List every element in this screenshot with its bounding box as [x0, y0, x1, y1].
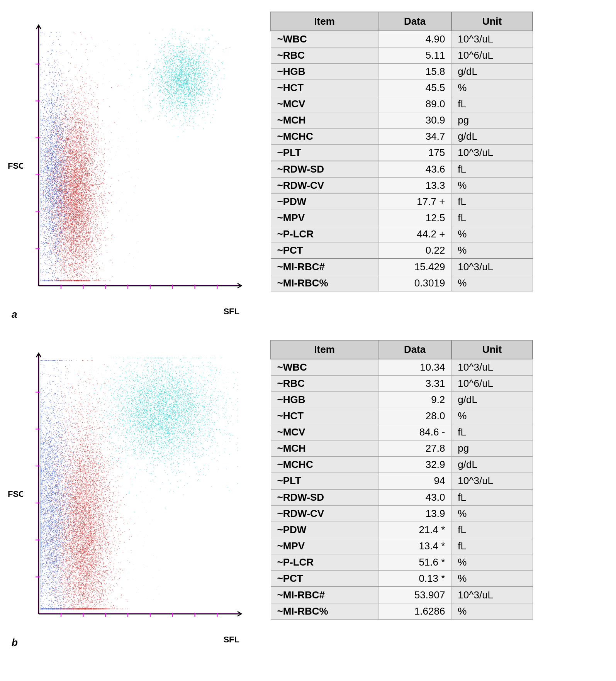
- table-row: ~MCV84.6 -fL: [271, 424, 533, 440]
- cell-unit: fL: [451, 424, 533, 440]
- table-row: ~MCHC32.9g/dL: [271, 457, 533, 473]
- cell-data: 44.2 +: [378, 226, 451, 242]
- cell-data: 51.6 *: [378, 554, 451, 571]
- table-row: ~MPV13.4 *fL: [271, 538, 533, 554]
- cell-item: ~MCV: [271, 96, 378, 112]
- panel-b-row: FSC SFL b Item Data Unit ~WBC10.3410^3/u…: [8, 336, 608, 652]
- cell-unit: g/dL: [451, 457, 533, 473]
- cell-item: ~RDW-SD: [271, 489, 378, 506]
- cell-data: 12.5: [378, 210, 451, 226]
- data-table-b: Item Data Unit ~WBC10.3410^3/uL~RBC3.311…: [270, 340, 533, 620]
- table-row: ~PLT17510^3/uL: [271, 145, 533, 161]
- cell-item: ~PCT: [271, 571, 378, 587]
- cell-data: 3.31: [378, 376, 451, 392]
- cell-data: 0.3019: [378, 275, 451, 291]
- cell-data: 13.9: [378, 506, 451, 522]
- table-container-b: Item Data Unit ~WBC10.3410^3/uL~RBC3.311…: [270, 336, 608, 620]
- y-axis-label-a: FSC: [8, 161, 25, 171]
- cell-item: ~MCH: [271, 112, 378, 129]
- table-row: ~PCT0.13 *%: [271, 571, 533, 587]
- cell-data: 1.6286: [378, 603, 451, 620]
- table-row: ~P-LCR51.6 *%: [271, 554, 533, 571]
- cell-item: ~MI-RBC#: [271, 587, 378, 603]
- table-row: ~MI-RBC%1.6286%: [271, 603, 533, 620]
- panel-label-a: a: [12, 308, 17, 320]
- cell-unit: %: [451, 80, 533, 96]
- table-row: ~MI-RBC%0.3019%: [271, 275, 533, 291]
- cell-unit: pg: [451, 440, 533, 457]
- table-row: ~RDW-CV13.9%: [271, 506, 533, 522]
- cell-unit: %: [451, 571, 533, 587]
- cell-data: 13.3: [378, 178, 451, 194]
- table-row: ~MCV89.0fL: [271, 96, 533, 112]
- cell-item: ~MCHC: [271, 129, 378, 145]
- cell-unit: fL: [451, 194, 533, 210]
- cell-item: ~PLT: [271, 145, 378, 161]
- cell-data: 84.6 -: [378, 424, 451, 440]
- cell-data: 45.5: [378, 80, 451, 96]
- table-row: ~MCH30.9pg: [271, 112, 533, 129]
- cell-item: ~MPV: [271, 538, 378, 554]
- cell-data: 34.7: [378, 129, 451, 145]
- cell-unit: fL: [451, 522, 533, 538]
- col-header-item-b: Item: [271, 340, 378, 359]
- cell-data: 0.13 *: [378, 571, 451, 587]
- cell-item: ~PLT: [271, 473, 378, 490]
- x-axis-label-a: SFL: [223, 307, 239, 317]
- cell-item: ~HCT: [271, 408, 378, 424]
- cell-item: ~HGB: [271, 392, 378, 408]
- cell-data: 43.6: [378, 161, 451, 178]
- cell-item: ~PDW: [271, 194, 378, 210]
- panel-a-row: FSC SFL a Item Data Unit ~WBC4.9010^3/uL…: [8, 8, 608, 324]
- cell-data: 30.9: [378, 112, 451, 129]
- cell-unit: 10^3/uL: [451, 31, 533, 47]
- col-header-unit-a: Unit: [451, 12, 533, 31]
- cell-unit: %: [451, 178, 533, 194]
- col-header-item-a: Item: [271, 12, 378, 31]
- table-row: ~MI-RBC#53.90710^3/uL: [271, 587, 533, 603]
- table-row: ~PLT9410^3/uL: [271, 473, 533, 490]
- cell-data: 27.8: [378, 440, 451, 457]
- data-table-a: Item Data Unit ~WBC4.9010^3/uL~RBC5.1110…: [270, 12, 533, 291]
- cell-data: 4.90: [378, 31, 451, 47]
- cell-unit: fL: [451, 489, 533, 506]
- cell-unit: 10^3/uL: [451, 587, 533, 603]
- y-axis-label-b: FSC: [8, 489, 25, 499]
- cell-unit: 10^6/uL: [451, 47, 533, 64]
- table-row: ~WBC4.9010^3/uL: [271, 31, 533, 47]
- cell-unit: %: [451, 408, 533, 424]
- cell-unit: g/dL: [451, 129, 533, 145]
- cell-unit: %: [451, 603, 533, 620]
- table-row: ~RDW-CV13.3%: [271, 178, 533, 194]
- cell-unit: 10^3/uL: [451, 473, 533, 490]
- cell-data: 94: [378, 473, 451, 490]
- cell-item: ~P-LCR: [271, 226, 378, 242]
- table-row: ~HCT28.0%: [271, 408, 533, 424]
- cell-data: 21.4 *: [378, 522, 451, 538]
- x-axis-label-b: SFL: [223, 635, 239, 645]
- table-row: ~WBC10.3410^3/uL: [271, 359, 533, 376]
- cell-unit: 10^6/uL: [451, 376, 533, 392]
- cell-item: ~HCT: [271, 80, 378, 96]
- cell-unit: %: [451, 242, 533, 259]
- cell-unit: %: [451, 226, 533, 242]
- cell-data: 15.8: [378, 64, 451, 80]
- table-row: ~RDW-SD43.6fL: [271, 161, 533, 178]
- cell-data: 89.0: [378, 96, 451, 112]
- cell-unit: g/dL: [451, 392, 533, 408]
- cell-unit: 10^3/uL: [451, 359, 533, 376]
- cell-data: 9.2: [378, 392, 451, 408]
- cell-item: ~P-LCR: [271, 554, 378, 571]
- table-row: ~HGB9.2g/dL: [271, 392, 533, 408]
- cell-data: 28.0: [378, 408, 451, 424]
- table-row: ~MCH27.8pg: [271, 440, 533, 457]
- cell-item: ~WBC: [271, 31, 378, 47]
- cell-data: 13.4 *: [378, 538, 451, 554]
- main-container: FSC SFL a Item Data Unit ~WBC4.9010^3/uL…: [0, 0, 616, 681]
- table-row: ~RBC3.3110^6/uL: [271, 376, 533, 392]
- cell-item: ~PDW: [271, 522, 378, 538]
- table-row: ~MI-RBC#15.42910^3/uL: [271, 259, 533, 275]
- table-row: ~PDW21.4 *fL: [271, 522, 533, 538]
- scatter-plot-a: FSC SFL a: [8, 8, 255, 324]
- table-row: ~PCT0.22%: [271, 242, 533, 259]
